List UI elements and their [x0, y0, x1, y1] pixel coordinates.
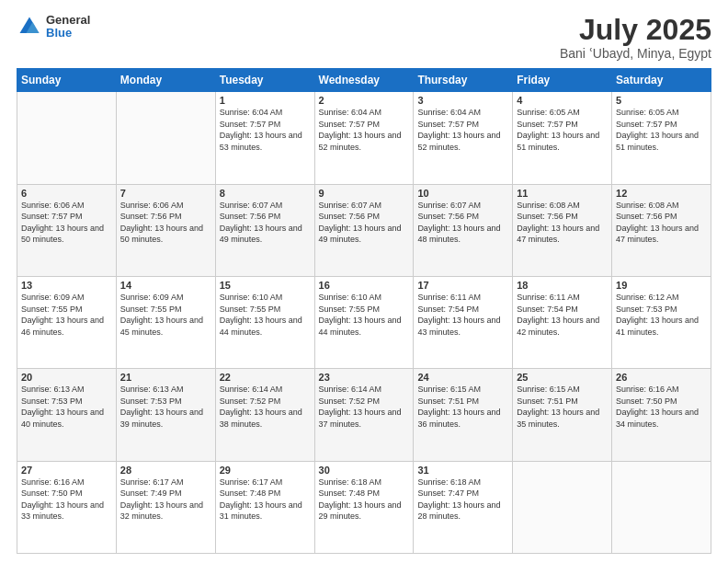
day-cell: 20Sunrise: 6:13 AM Sunset: 7:53 PM Dayli… — [17, 369, 117, 461]
day-cell: 1Sunrise: 6:04 AM Sunset: 7:57 PM Daylig… — [215, 92, 314, 184]
logo-icon — [17, 14, 42, 40]
day-cell: 13Sunrise: 6:09 AM Sunset: 7:55 PM Dayli… — [17, 276, 117, 368]
day-info: Sunrise: 6:12 AM Sunset: 7:53 PM Dayligh… — [616, 292, 707, 338]
day-cell: 24Sunrise: 6:15 AM Sunset: 7:51 PM Dayli… — [414, 369, 513, 461]
day-number: 31 — [417, 465, 508, 476]
day-number: 29 — [220, 465, 311, 476]
day-cell: 10Sunrise: 6:07 AM Sunset: 7:56 PM Dayli… — [414, 184, 513, 276]
weekday-header-friday: Friday — [513, 69, 612, 92]
day-cell: 18Sunrise: 6:11 AM Sunset: 7:54 PM Dayli… — [513, 276, 612, 368]
day-cell: 29Sunrise: 6:17 AM Sunset: 7:48 PM Dayli… — [215, 461, 314, 553]
weekday-header-saturday: Saturday — [612, 69, 711, 92]
day-info: Sunrise: 6:07 AM Sunset: 7:56 PM Dayligh… — [417, 200, 508, 246]
day-cell: 5Sunrise: 6:05 AM Sunset: 7:57 PM Daylig… — [612, 92, 711, 184]
day-number: 23 — [319, 372, 410, 383]
day-number: 5 — [616, 95, 707, 106]
day-info: Sunrise: 6:08 AM Sunset: 7:56 PM Dayligh… — [616, 200, 707, 246]
page: General Blue July 2025 Bani ʿUbayd, Miny… — [0, 0, 728, 563]
weekday-header-thursday: Thursday — [414, 69, 513, 92]
day-cell: 11Sunrise: 6:08 AM Sunset: 7:56 PM Dayli… — [513, 184, 612, 276]
day-number: 27 — [21, 465, 112, 476]
day-cell: 31Sunrise: 6:18 AM Sunset: 7:47 PM Dayli… — [414, 461, 513, 553]
day-number: 1 — [220, 95, 311, 106]
day-number: 26 — [616, 372, 707, 383]
week-row-1: 1Sunrise: 6:04 AM Sunset: 7:57 PM Daylig… — [17, 92, 711, 184]
day-cell: 21Sunrise: 6:13 AM Sunset: 7:53 PM Dayli… — [116, 369, 215, 461]
subtitle: Bani ʿUbayd, Minya, Egypt — [560, 46, 711, 61]
day-info: Sunrise: 6:07 AM Sunset: 7:56 PM Dayligh… — [319, 200, 410, 246]
day-info: Sunrise: 6:18 AM Sunset: 7:48 PM Dayligh… — [319, 477, 410, 523]
weekday-header-wednesday: Wednesday — [314, 69, 414, 92]
day-number: 22 — [220, 372, 311, 383]
calendar-body: 1Sunrise: 6:04 AM Sunset: 7:57 PM Daylig… — [17, 92, 711, 554]
week-row-3: 13Sunrise: 6:09 AM Sunset: 7:55 PM Dayli… — [17, 276, 711, 368]
day-cell: 12Sunrise: 6:08 AM Sunset: 7:56 PM Dayli… — [612, 184, 711, 276]
weekday-header-row: SundayMondayTuesdayWednesdayThursdayFrid… — [17, 69, 711, 92]
day-cell — [116, 92, 215, 184]
day-number: 6 — [21, 188, 112, 199]
day-number: 25 — [517, 372, 608, 383]
day-cell: 26Sunrise: 6:16 AM Sunset: 7:50 PM Dayli… — [612, 369, 711, 461]
day-number: 24 — [417, 372, 508, 383]
day-info: Sunrise: 6:04 AM Sunset: 7:57 PM Dayligh… — [417, 107, 508, 153]
day-number: 19 — [616, 280, 707, 291]
day-cell: 25Sunrise: 6:15 AM Sunset: 7:51 PM Dayli… — [513, 369, 612, 461]
day-info: Sunrise: 6:08 AM Sunset: 7:56 PM Dayligh… — [517, 200, 608, 246]
day-number: 15 — [220, 280, 311, 291]
day-cell: 9Sunrise: 6:07 AM Sunset: 7:56 PM Daylig… — [314, 184, 414, 276]
day-info: Sunrise: 6:09 AM Sunset: 7:55 PM Dayligh… — [21, 292, 112, 338]
day-cell: 6Sunrise: 6:06 AM Sunset: 7:57 PM Daylig… — [17, 184, 117, 276]
calendar-header: SundayMondayTuesdayWednesdayThursdayFrid… — [17, 69, 711, 92]
day-cell: 16Sunrise: 6:10 AM Sunset: 7:55 PM Dayli… — [314, 276, 414, 368]
week-row-4: 20Sunrise: 6:13 AM Sunset: 7:53 PM Dayli… — [17, 369, 711, 461]
day-number: 13 — [21, 280, 112, 291]
day-number: 3 — [417, 95, 508, 106]
logo-text: General Blue — [46, 14, 90, 40]
day-number: 30 — [319, 465, 410, 476]
day-info: Sunrise: 6:14 AM Sunset: 7:52 PM Dayligh… — [220, 384, 311, 430]
week-row-5: 27Sunrise: 6:16 AM Sunset: 7:50 PM Dayli… — [17, 461, 711, 553]
day-cell — [513, 461, 612, 553]
day-cell: 15Sunrise: 6:10 AM Sunset: 7:55 PM Dayli… — [215, 276, 314, 368]
day-cell: 8Sunrise: 6:07 AM Sunset: 7:56 PM Daylig… — [215, 184, 314, 276]
main-title: July 2025 — [560, 14, 711, 46]
day-info: Sunrise: 6:17 AM Sunset: 7:48 PM Dayligh… — [220, 477, 311, 523]
day-cell: 4Sunrise: 6:05 AM Sunset: 7:57 PM Daylig… — [513, 92, 612, 184]
day-cell: 27Sunrise: 6:16 AM Sunset: 7:50 PM Dayli… — [17, 461, 117, 553]
weekday-header-tuesday: Tuesday — [215, 69, 314, 92]
day-cell: 30Sunrise: 6:18 AM Sunset: 7:48 PM Dayli… — [314, 461, 414, 553]
day-number: 9 — [319, 188, 410, 199]
logo: General Blue — [17, 14, 90, 40]
header: General Blue July 2025 Bani ʿUbayd, Miny… — [17, 14, 711, 61]
day-info: Sunrise: 6:04 AM Sunset: 7:57 PM Dayligh… — [319, 107, 410, 153]
logo-general-text: General — [46, 14, 90, 27]
title-block: July 2025 Bani ʿUbayd, Minya, Egypt — [560, 14, 711, 61]
day-info: Sunrise: 6:06 AM Sunset: 7:56 PM Dayligh… — [120, 200, 211, 246]
day-cell: 3Sunrise: 6:04 AM Sunset: 7:57 PM Daylig… — [414, 92, 513, 184]
day-info: Sunrise: 6:05 AM Sunset: 7:57 PM Dayligh… — [616, 107, 707, 153]
day-number: 8 — [220, 188, 311, 199]
day-info: Sunrise: 6:16 AM Sunset: 7:50 PM Dayligh… — [21, 477, 112, 523]
day-cell: 14Sunrise: 6:09 AM Sunset: 7:55 PM Dayli… — [116, 276, 215, 368]
day-info: Sunrise: 6:13 AM Sunset: 7:53 PM Dayligh… — [21, 384, 112, 430]
day-cell: 19Sunrise: 6:12 AM Sunset: 7:53 PM Dayli… — [612, 276, 711, 368]
day-number: 12 — [616, 188, 707, 199]
day-info: Sunrise: 6:07 AM Sunset: 7:56 PM Dayligh… — [220, 200, 311, 246]
day-info: Sunrise: 6:10 AM Sunset: 7:55 PM Dayligh… — [220, 292, 311, 338]
day-number: 28 — [120, 465, 211, 476]
day-cell: 28Sunrise: 6:17 AM Sunset: 7:49 PM Dayli… — [116, 461, 215, 553]
day-info: Sunrise: 6:16 AM Sunset: 7:50 PM Dayligh… — [616, 384, 707, 430]
day-info: Sunrise: 6:11 AM Sunset: 7:54 PM Dayligh… — [417, 292, 508, 338]
day-cell — [17, 92, 117, 184]
day-info: Sunrise: 6:05 AM Sunset: 7:57 PM Dayligh… — [517, 107, 608, 153]
day-info: Sunrise: 6:06 AM Sunset: 7:57 PM Dayligh… — [21, 200, 112, 246]
day-number: 16 — [319, 280, 410, 291]
day-info: Sunrise: 6:09 AM Sunset: 7:55 PM Dayligh… — [120, 292, 211, 338]
logo-blue-text: Blue — [46, 27, 90, 40]
day-info: Sunrise: 6:04 AM Sunset: 7:57 PM Dayligh… — [220, 107, 311, 153]
day-cell: 23Sunrise: 6:14 AM Sunset: 7:52 PM Dayli… — [314, 369, 414, 461]
weekday-header-monday: Monday — [116, 69, 215, 92]
day-info: Sunrise: 6:14 AM Sunset: 7:52 PM Dayligh… — [319, 384, 410, 430]
calendar-table: SundayMondayTuesdayWednesdayThursdayFrid… — [17, 68, 711, 554]
day-info: Sunrise: 6:18 AM Sunset: 7:47 PM Dayligh… — [417, 477, 508, 523]
